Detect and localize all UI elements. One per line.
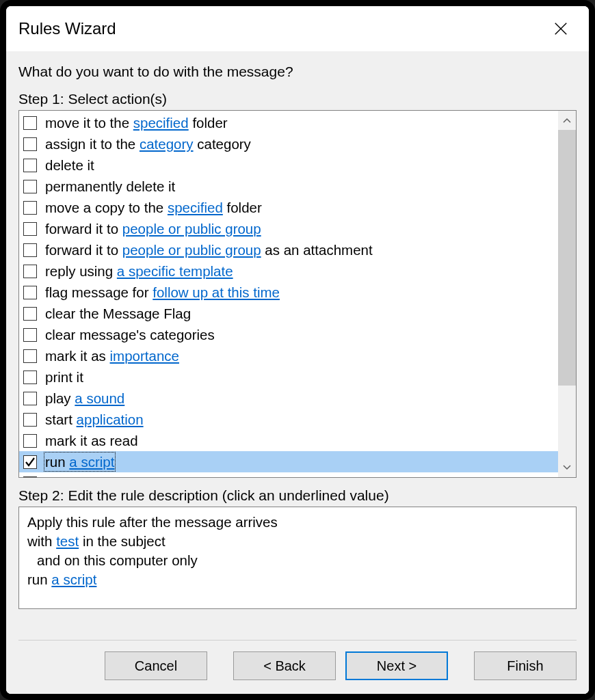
action-label: move a copy to the specified folder (44, 198, 263, 217)
action-row[interactable]: mark it as read (19, 430, 558, 451)
action-checkbox[interactable] (23, 116, 37, 130)
titlebar: Rules Wizard (6, 6, 589, 51)
action-label: forward it to people or public group as … (44, 240, 374, 260)
action-label: permanently delete it (44, 176, 176, 196)
action-checkbox[interactable] (23, 371, 37, 384)
actions-panel: move it to the specified folderassign it… (18, 110, 577, 478)
action-link[interactable]: follow up at this time (153, 284, 280, 300)
action-checkbox[interactable] (23, 222, 37, 236)
scroll-up-icon[interactable] (558, 111, 576, 130)
action-label: mark it as read (44, 431, 140, 450)
action-row[interactable]: flag message for follow up at this time (19, 282, 558, 303)
action-link[interactable]: importance (110, 348, 179, 364)
action-label: run a script (44, 452, 116, 472)
action-row[interactable]: forward it to people or public group (19, 218, 558, 239)
action-checkbox[interactable] (23, 455, 37, 469)
action-label: assign it to the category category (44, 134, 252, 154)
action-link[interactable]: application (77, 412, 144, 427)
dialog-content: What do you want to do with the message?… (6, 51, 589, 694)
action-checkbox[interactable] (23, 476, 37, 478)
action-checkbox[interactable] (23, 243, 37, 257)
step2-label: Step 2: Edit the rule description (click… (18, 487, 577, 504)
scroll-track[interactable] (558, 130, 576, 458)
close-icon[interactable] (545, 13, 577, 44)
action-row[interactable]: run a script (19, 451, 558, 472)
action-row[interactable]: move it to the specified folder (19, 112, 558, 133)
action-row[interactable]: assign it to the category category (19, 133, 558, 154)
action-row[interactable]: start application (19, 409, 558, 430)
button-bar: Cancel < Back Next > Finish (18, 640, 577, 694)
action-checkbox[interactable] (23, 201, 37, 215)
action-link[interactable]: people or public group (122, 221, 261, 237)
action-checkbox[interactable] (23, 159, 37, 172)
action-row[interactable]: forward it to people or public group as … (19, 239, 558, 260)
rule-description-box: Apply this rule after the message arrive… (18, 507, 577, 609)
action-label: reply using a specific template (44, 261, 235, 281)
action-checkbox[interactable] (23, 434, 37, 448)
desc-link-a-script[interactable]: a script (51, 571, 96, 587)
action-link[interactable]: a sound (75, 390, 124, 406)
action-link[interactable]: a specific template (117, 263, 233, 279)
action-checkbox[interactable] (23, 180, 37, 193)
rules-wizard-dialog: Rules Wizard What do you want to do with… (5, 5, 590, 695)
action-checkbox[interactable] (23, 265, 37, 278)
action-label: play a sound (44, 388, 126, 408)
scrollbar[interactable] (558, 111, 576, 477)
action-label: forward it to people or public group (44, 219, 263, 239)
action-row[interactable]: play a sound (19, 388, 558, 409)
finish-button[interactable]: Finish (474, 651, 577, 680)
step1-label: Step 1: Select action(s) (18, 91, 577, 107)
cancel-button[interactable]: Cancel (105, 651, 207, 680)
action-checkbox[interactable] (23, 392, 37, 405)
action-label: clear the Message Flag (44, 304, 192, 323)
scroll-thumb[interactable] (558, 130, 576, 386)
action-link[interactable]: specified (168, 200, 223, 215)
action-checkbox[interactable] (23, 307, 37, 321)
action-link[interactable]: a script (69, 454, 114, 470)
action-label: stop processing more rules (44, 473, 215, 477)
action-row[interactable]: reply using a specific template (19, 260, 558, 282)
back-button[interactable]: < Back (233, 651, 336, 680)
desc-line: with test in the subject (27, 532, 568, 551)
desc-line: Apply this rule after the message arrive… (27, 513, 568, 532)
action-row[interactable]: move a copy to the specified folder (19, 197, 558, 218)
desc-link-test[interactable]: test (56, 533, 79, 549)
next-button[interactable]: Next > (345, 651, 448, 680)
action-label: start application (44, 409, 145, 429)
scroll-down-icon[interactable] (558, 458, 576, 477)
actions-list[interactable]: move it to the specified folderassign it… (19, 111, 558, 477)
action-checkbox[interactable] (23, 349, 37, 363)
action-label: flag message for follow up at this time (44, 282, 281, 302)
action-checkbox[interactable] (23, 328, 37, 342)
action-checkbox[interactable] (23, 413, 37, 427)
action-row[interactable]: clear the Message Flag (19, 303, 558, 324)
action-label: clear message's categories (44, 325, 216, 345)
action-label: mark it as importance (44, 346, 181, 366)
action-row[interactable]: permanently delete it (19, 176, 558, 197)
action-label: print it (44, 367, 85, 387)
desc-line: and on this computer only (27, 551, 568, 570)
action-row[interactable]: mark it as importance (19, 345, 558, 366)
action-label: delete it (44, 155, 96, 175)
action-row[interactable]: stop processing more rules (19, 472, 558, 477)
action-row[interactable]: print it (19, 366, 558, 388)
action-checkbox[interactable] (23, 137, 37, 151)
action-row[interactable]: clear message's categories (19, 324, 558, 345)
action-label: move it to the specified folder (44, 113, 229, 133)
action-row[interactable]: delete it (19, 154, 558, 176)
desc-line: run a script (27, 570, 568, 589)
action-link[interactable]: specified (133, 115, 189, 131)
action-link[interactable]: people or public group (122, 242, 261, 258)
prompt-text: What do you want to do with the message? (18, 64, 577, 80)
action-checkbox[interactable] (23, 286, 37, 299)
dialog-title: Rules Wizard (18, 19, 116, 38)
action-link[interactable]: category (140, 136, 194, 152)
